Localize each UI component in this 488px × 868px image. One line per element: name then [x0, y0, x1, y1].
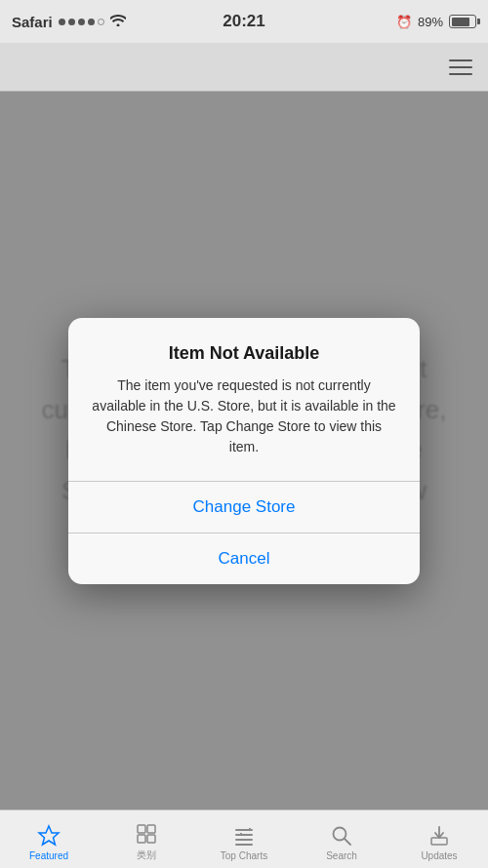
- tab-featured-label: Featured: [29, 850, 68, 861]
- alarm-icon: ⏰: [396, 15, 412, 29]
- dialog: Item Not Available The item you've reque…: [68, 318, 420, 584]
- svg-rect-16: [431, 838, 447, 845]
- status-time: 20:21: [223, 12, 264, 31]
- status-left: Safari: [12, 14, 126, 30]
- svg-marker-3: [39, 826, 59, 845]
- battery-percent: 89%: [418, 15, 443, 29]
- change-store-button[interactable]: Change Store: [68, 482, 420, 533]
- svg-rect-5: [147, 825, 155, 833]
- svg-rect-6: [138, 835, 145, 843]
- tab-updates-label: Updates: [421, 850, 457, 861]
- svg-rect-10: [235, 839, 253, 841]
- svg-rect-9: [235, 834, 253, 836]
- tab-categories-label: 类别: [137, 848, 156, 862]
- tab-updates[interactable]: Updates: [390, 810, 488, 868]
- battery-indicator: [449, 15, 476, 28]
- svg-rect-11: [235, 844, 253, 846]
- tab-categories[interactable]: 类别: [98, 810, 195, 868]
- dialog-content: Item Not Available The item you've reque…: [68, 318, 420, 457]
- tab-featured[interactable]: Featured: [0, 810, 98, 868]
- nav-bar: [0, 43, 488, 92]
- dialog-message: The item you've requested is not current…: [92, 375, 396, 457]
- status-bar: Safari 20:21 ⏰ 89%: [0, 0, 488, 43]
- menu-button[interactable]: [449, 59, 472, 75]
- dialog-title: Item Not Available: [92, 343, 396, 364]
- tab-search-label: Search: [326, 850, 357, 861]
- svg-rect-7: [147, 835, 155, 843]
- carrier-label: Safari: [12, 14, 53, 30]
- main-content: The item you've requested is not current…: [0, 92, 488, 809]
- svg-rect-4: [138, 825, 145, 833]
- tab-top-charts-label: Top Charts: [221, 850, 267, 861]
- tab-search[interactable]: Search: [293, 810, 390, 868]
- tab-top-charts[interactable]: Top Charts: [195, 810, 293, 868]
- svg-rect-12: [249, 828, 251, 831]
- overlay: Item Not Available The item you've reque…: [0, 92, 488, 809]
- tab-bar: Featured 类别 Top Charts Search: [0, 809, 488, 868]
- cancel-button[interactable]: Cancel: [68, 533, 420, 584]
- status-right: ⏰ 89%: [396, 15, 476, 29]
- svg-rect-13: [240, 833, 242, 836]
- svg-line-15: [345, 839, 350, 845]
- signal-dots: [59, 19, 104, 25]
- wifi-icon: [110, 14, 126, 29]
